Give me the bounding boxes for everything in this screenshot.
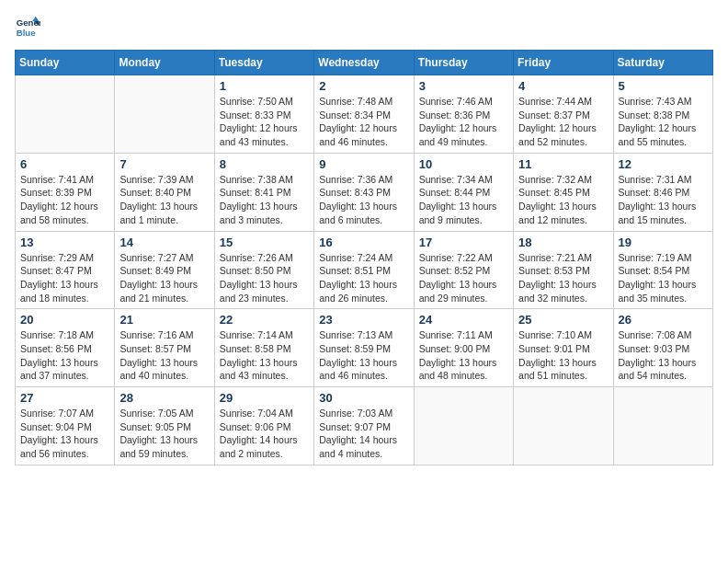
calendar-cell: 1Sunrise: 7:50 AMSunset: 8:33 PMDaylight… [214, 75, 313, 154]
sunset-text: Sunset: 8:33 PM [220, 109, 291, 121]
day-number: 21 [119, 313, 209, 327]
page-header: General Blue [15, 15, 713, 40]
calendar-cell: 9Sunrise: 7:36 AMSunset: 8:43 PMDaylight… [314, 153, 414, 231]
daylight-text: Daylight: 13 hours and 15 minutes. [619, 201, 697, 225]
sunset-text: Sunset: 9:07 PM [319, 421, 391, 432]
daylight-text: Daylight: 13 hours and 43 minutes. [220, 357, 298, 382]
calendar-cell: 14Sunrise: 7:27 AMSunset: 8:49 PMDayligh… [115, 231, 214, 309]
sunrise-text: Sunrise: 7:34 AM [419, 174, 493, 185]
daylight-text: Daylight: 13 hours and 18 minutes. [20, 279, 98, 304]
day-info: Sunrise: 7:38 AMSunset: 8:41 PMDaylight:… [220, 173, 309, 227]
day-info: Sunrise: 7:24 AMSunset: 8:51 PMDaylight:… [319, 251, 408, 305]
sunrise-text: Sunrise: 7:13 AM [319, 329, 392, 340]
sunrise-text: Sunrise: 7:22 AM [419, 252, 493, 263]
calendar-cell: 17Sunrise: 7:22 AMSunset: 8:52 PMDayligh… [414, 231, 513, 309]
calendar-cell: 25Sunrise: 7:10 AMSunset: 9:01 PMDayligh… [514, 309, 613, 387]
calendar-cell: 16Sunrise: 7:24 AMSunset: 8:51 PMDayligh… [314, 231, 414, 309]
day-number: 7 [119, 157, 209, 171]
calendar-cell: 29Sunrise: 7:04 AMSunset: 9:06 PMDayligh… [214, 387, 313, 465]
calendar-cell: 6Sunrise: 7:41 AMSunset: 8:39 PMDaylight… [16, 153, 115, 231]
sunset-text: Sunset: 9:00 PM [419, 343, 491, 354]
sunset-text: Sunset: 9:06 PM [220, 421, 291, 432]
calendar-cell: 19Sunrise: 7:19 AMSunset: 8:54 PMDayligh… [613, 231, 712, 309]
daylight-text: Daylight: 12 hours and 49 minutes. [419, 122, 497, 147]
calendar-cell: 23Sunrise: 7:13 AMSunset: 8:59 PMDayligh… [314, 309, 414, 387]
daylight-text: Daylight: 13 hours and 29 minutes. [419, 279, 497, 304]
day-info: Sunrise: 7:50 AMSunset: 8:33 PMDaylight:… [220, 95, 309, 149]
daylight-text: Daylight: 13 hours and 56 minutes. [20, 434, 98, 459]
sunrise-text: Sunrise: 7:29 AM [20, 252, 94, 263]
calendar-cell [115, 75, 214, 154]
day-number: 9 [319, 157, 408, 171]
daylight-text: Daylight: 13 hours and 59 minutes. [119, 434, 198, 459]
calendar-cell: 24Sunrise: 7:11 AMSunset: 9:00 PMDayligh… [414, 309, 513, 387]
calendar-table: SundayMondayTuesdayWednesdayThursdayFrid… [15, 50, 713, 465]
sunrise-text: Sunrise: 7:46 AM [419, 96, 493, 107]
day-info: Sunrise: 7:14 AMSunset: 8:58 PMDaylight:… [220, 328, 309, 383]
sunrise-text: Sunrise: 7:10 AM [518, 329, 592, 340]
day-number: 15 [220, 236, 309, 249]
sunset-text: Sunset: 8:47 PM [20, 265, 92, 276]
day-info: Sunrise: 7:19 AMSunset: 8:54 PMDaylight:… [619, 251, 708, 305]
day-info: Sunrise: 7:27 AMSunset: 8:49 PMDaylight:… [119, 251, 209, 305]
sunset-text: Sunset: 9:01 PM [518, 343, 590, 354]
day-number: 26 [619, 313, 708, 327]
calendar-cell [414, 387, 513, 465]
day-info: Sunrise: 7:31 AMSunset: 8:46 PMDaylight:… [619, 173, 708, 227]
sunrise-text: Sunrise: 7:18 AM [20, 329, 94, 340]
day-number: 14 [119, 236, 209, 249]
sunset-text: Sunset: 8:53 PM [518, 265, 590, 276]
calendar-cell: 12Sunrise: 7:31 AMSunset: 8:46 PMDayligh… [613, 153, 712, 231]
day-info: Sunrise: 7:32 AMSunset: 8:45 PMDaylight:… [518, 173, 608, 227]
daylight-text: Daylight: 13 hours and 21 minutes. [119, 279, 198, 304]
sunrise-text: Sunrise: 7:48 AM [319, 96, 392, 107]
sunset-text: Sunset: 8:49 PM [119, 265, 191, 276]
sunrise-text: Sunrise: 7:14 AM [220, 329, 293, 340]
daylight-text: Daylight: 12 hours and 46 minutes. [319, 122, 397, 147]
day-number: 12 [619, 157, 708, 171]
day-number: 11 [518, 157, 608, 171]
day-number: 29 [220, 391, 309, 405]
logo: General Blue [15, 15, 44, 40]
day-info: Sunrise: 7:10 AMSunset: 9:01 PMDaylight:… [518, 328, 608, 383]
sunset-text: Sunset: 8:34 PM [319, 109, 391, 121]
weekday-header: Sunday [16, 51, 115, 75]
sunrise-text: Sunrise: 7:03 AM [319, 408, 392, 419]
daylight-text: Daylight: 12 hours and 58 minutes. [20, 201, 98, 225]
day-info: Sunrise: 7:03 AMSunset: 9:07 PMDaylight:… [319, 407, 408, 461]
weekday-header: Monday [115, 51, 214, 75]
calendar-cell: 28Sunrise: 7:05 AMSunset: 9:05 PMDayligh… [115, 387, 214, 465]
weekday-header: Saturday [613, 51, 712, 75]
sunrise-text: Sunrise: 7:16 AM [119, 329, 193, 340]
day-info: Sunrise: 7:16 AMSunset: 8:57 PMDaylight:… [119, 328, 209, 383]
sunset-text: Sunset: 8:44 PM [419, 187, 491, 198]
sunrise-text: Sunrise: 7:36 AM [319, 174, 392, 185]
sunset-text: Sunset: 8:56 PM [20, 343, 92, 354]
day-number: 10 [419, 157, 508, 171]
calendar-row: 1Sunrise: 7:50 AMSunset: 8:33 PMDaylight… [16, 75, 713, 154]
calendar-cell: 3Sunrise: 7:46 AMSunset: 8:36 PMDaylight… [414, 75, 513, 154]
day-info: Sunrise: 7:21 AMSunset: 8:53 PMDaylight:… [518, 251, 608, 305]
sunset-text: Sunset: 8:46 PM [619, 187, 690, 198]
day-info: Sunrise: 7:08 AMSunset: 9:03 PMDaylight:… [619, 328, 708, 383]
day-info: Sunrise: 7:22 AMSunset: 8:52 PMDaylight:… [419, 251, 508, 305]
sunset-text: Sunset: 8:58 PM [220, 343, 291, 354]
sunset-text: Sunset: 9:05 PM [119, 421, 191, 432]
daylight-text: Daylight: 13 hours and 1 minute. [119, 201, 198, 225]
day-number: 27 [20, 391, 109, 405]
weekday-header: Thursday [414, 51, 513, 75]
sunrise-text: Sunrise: 7:26 AM [220, 252, 293, 263]
calendar-cell [613, 387, 712, 465]
daylight-text: Daylight: 12 hours and 52 minutes. [518, 122, 597, 147]
day-info: Sunrise: 7:48 AMSunset: 8:34 PMDaylight:… [319, 95, 408, 149]
daylight-text: Daylight: 13 hours and 51 minutes. [518, 357, 597, 382]
logo-icon: General Blue [15, 15, 40, 40]
day-info: Sunrise: 7:39 AMSunset: 8:40 PMDaylight:… [119, 173, 209, 227]
sunset-text: Sunset: 8:36 PM [419, 109, 491, 121]
sunset-text: Sunset: 9:04 PM [20, 421, 92, 432]
day-number: 1 [220, 79, 309, 93]
daylight-text: Daylight: 12 hours and 55 minutes. [619, 122, 697, 147]
sunset-text: Sunset: 8:37 PM [518, 109, 590, 121]
sunset-text: Sunset: 8:45 PM [518, 187, 590, 198]
calendar-cell: 15Sunrise: 7:26 AMSunset: 8:50 PMDayligh… [214, 231, 313, 309]
